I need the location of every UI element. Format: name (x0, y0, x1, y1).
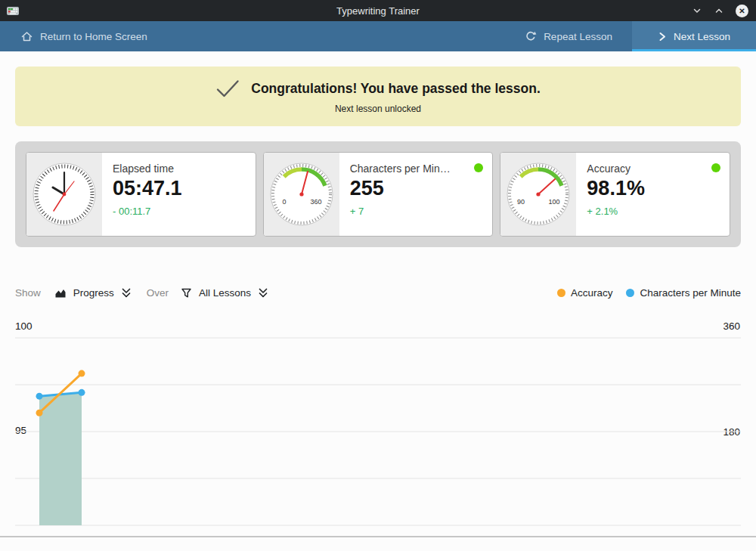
accuracy-value: 98.1% (587, 177, 720, 200)
elapsed-time-label: Elapsed time (113, 163, 246, 175)
legend-accuracy: Accuracy (557, 287, 613, 299)
accuracy-delta: + 2.1% (587, 206, 720, 217)
cpm-status-dot (474, 163, 483, 172)
cpm-value: 255 (350, 177, 484, 200)
chart-legend: Accuracy Characters per Minute (557, 287, 741, 299)
chevron-up-icon[interactable] (714, 5, 724, 16)
gauge-max-label: 100 (549, 198, 560, 206)
gauge-min-label: 90 (517, 198, 525, 206)
accuracy-label: Accuracy (587, 163, 705, 175)
congrats-banner: Congratulations! You have passed the les… (15, 67, 741, 126)
filter-funnel-icon (181, 287, 192, 299)
accuracy-legend-dot (557, 289, 565, 297)
elapsed-time-delta: - 00:11.7 (113, 206, 246, 217)
titlebar: Typewriting Trainer ✕ (0, 0, 756, 21)
progress-chart (0, 317, 756, 551)
accuracy-status-dot (711, 163, 720, 172)
return-home-button[interactable]: Return to Home Screen (0, 21, 167, 51)
congrats-title: Congratulations! You have passed the les… (251, 81, 541, 97)
gauge-max-label: 360 (310, 198, 321, 206)
stats-panel: Elapsed time 05:47.1 - 00:11.7 0 360 Cha… (15, 141, 741, 247)
cpm-delta: + 7 (350, 206, 484, 217)
accuracy-legend-label: Accuracy (571, 287, 613, 299)
return-home-label: Return to Home Screen (40, 31, 147, 42)
elapsed-time-card: Elapsed time 05:47.1 - 00:11.7 (26, 152, 256, 237)
arrow-right-icon (658, 31, 667, 42)
double-chevron-down-icon (121, 287, 132, 299)
cpm-legend-dot (626, 289, 634, 297)
checkmark-icon (215, 79, 240, 98)
chart-toolbar: Show Progress Over All Lessons Accu (15, 282, 741, 303)
cpm-card: 0 360 Characters per Min… 255 + 7 (263, 152, 494, 237)
legend-cpm: Characters per Minute (626, 287, 741, 299)
speedometer-icon: 0 360 (264, 153, 339, 236)
window-title: Typewriting Trainer (0, 5, 756, 17)
lesson-scope-value: All Lessons (199, 287, 251, 299)
show-label: Show (15, 287, 41, 299)
cpm-legend-label: Characters per Minute (640, 287, 741, 299)
repeat-lesson-label: Repeat Lesson (544, 31, 612, 42)
chart-type-dropdown[interactable]: Progress (54, 287, 132, 299)
repeat-icon (525, 30, 537, 42)
area-chart-icon (54, 287, 67, 299)
next-lesson-button[interactable]: Next Lesson (632, 21, 756, 51)
close-icon[interactable]: ✕ (736, 5, 748, 17)
accuracy-card: 90 100 Accuracy 98.1% + 2.1% (500, 152, 730, 237)
chart-type-value: Progress (73, 287, 114, 299)
accuracy-gauge-icon: 90 100 (500, 153, 576, 236)
repeat-lesson-button[interactable]: Repeat Lesson (505, 21, 632, 51)
cpm-label: Characters per Min… (350, 163, 469, 175)
elapsed-time-value: 05:47.1 (113, 177, 246, 200)
double-chevron-down-icon (258, 287, 268, 299)
lesson-scope-dropdown[interactable]: All Lessons (181, 287, 268, 299)
congrats-subtitle: Next lesson unlocked (335, 104, 421, 114)
navbar: Return to Home Screen Repeat Lesson Next… (0, 21, 756, 51)
over-label: Over (147, 287, 169, 299)
next-lesson-label: Next Lesson (674, 31, 730, 42)
chevron-down-icon[interactable] (692, 5, 702, 16)
home-icon (20, 30, 33, 42)
clock-icon (26, 153, 102, 236)
gauge-min-label: 0 (282, 198, 286, 206)
